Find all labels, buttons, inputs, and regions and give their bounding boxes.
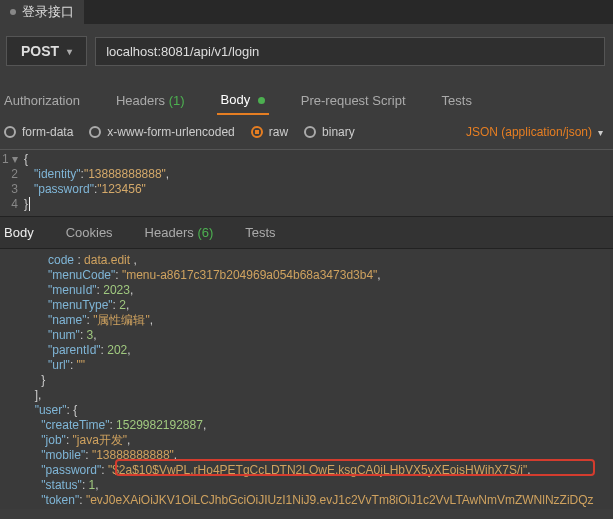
radio-icon [251, 126, 263, 138]
tab-body[interactable]: Body [217, 86, 269, 115]
method-label: POST [21, 43, 59, 59]
code-line: { [24, 152, 28, 167]
radio-icon [304, 126, 316, 138]
code-line: "identity":"13888888888", [24, 167, 169, 182]
radio-icon [4, 126, 16, 138]
tab-authorization[interactable]: Authorization [0, 87, 84, 114]
response-tabs: Body Cookies Headers (6) Tests [0, 216, 613, 249]
tab-dot-icon [10, 9, 16, 15]
request-tab[interactable]: 登录接口 [0, 0, 84, 25]
headers-count: (1) [169, 93, 185, 108]
url-input[interactable]: localhost:8081/api/v1/login [95, 37, 605, 66]
radio-xwww[interactable]: x-www-form-urlencoded [89, 125, 234, 139]
radio-label: raw [269, 125, 288, 139]
tab-prerequest[interactable]: Pre-request Script [297, 87, 410, 114]
code-line: "password":"123456" [24, 182, 146, 197]
resp-tab-tests[interactable]: Tests [241, 223, 279, 242]
radio-raw[interactable]: raw [251, 125, 288, 139]
response-body-viewer[interactable]: code : data.edit , "menuCode": "menu-a86… [0, 249, 613, 509]
body-label: Body [221, 92, 251, 107]
resp-headers-count: (6) [197, 225, 213, 240]
body-type-row: form-data x-www-form-urlencoded raw bina… [0, 115, 613, 150]
line-number: 4 [0, 197, 24, 212]
tab-title: 登录接口 [22, 3, 74, 21]
resp-headers-label: Headers [145, 225, 194, 240]
method-select[interactable]: POST ▾ [6, 36, 87, 66]
radio-label: x-www-form-urlencoded [107, 125, 234, 139]
resp-tab-headers[interactable]: Headers (6) [141, 223, 218, 242]
tab-tests[interactable]: Tests [438, 87, 476, 114]
tab-headers[interactable]: Headers (1) [112, 87, 189, 114]
chevron-down-icon: ▾ [67, 46, 72, 57]
request-body-editor[interactable]: 1 ▾{ 2 "identity":"13888888888", 3 "pass… [0, 150, 613, 216]
request-subtabs: Authorization Headers (1) Body Pre-reque… [0, 78, 613, 115]
content-type-select[interactable]: JSON (application/json) ▾ [466, 125, 603, 139]
radio-label: form-data [22, 125, 73, 139]
chevron-down-icon: ▾ [598, 127, 603, 138]
resp-tab-body[interactable]: Body [0, 223, 38, 242]
radio-formdata[interactable]: form-data [4, 125, 73, 139]
radio-label: binary [322, 125, 355, 139]
content-type-label: JSON (application/json) [466, 125, 592, 139]
headers-label: Headers [116, 93, 165, 108]
url-text: localhost:8081/api/v1/login [106, 44, 259, 59]
request-row: POST ▾ localhost:8081/api/v1/login [0, 24, 613, 78]
body-indicator-icon [258, 97, 265, 104]
line-number: 3 [0, 182, 24, 197]
code-line: } [24, 197, 30, 212]
radio-icon [89, 126, 101, 138]
tab-bar: 登录接口 [0, 0, 613, 24]
line-number: 1 ▾ [0, 152, 24, 167]
radio-binary[interactable]: binary [304, 125, 355, 139]
resp-tab-cookies[interactable]: Cookies [62, 223, 117, 242]
line-number: 2 [0, 167, 24, 182]
